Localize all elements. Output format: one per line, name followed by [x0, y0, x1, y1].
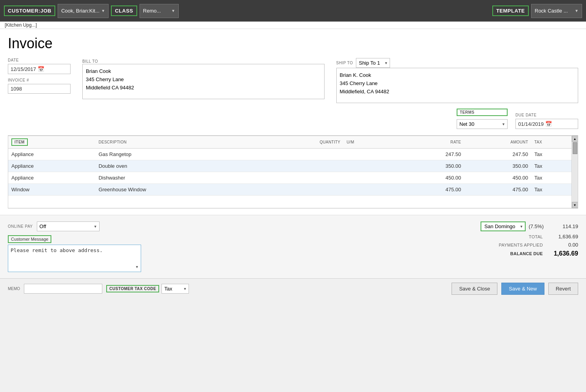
col-header-quantity: QUANTITY [283, 136, 343, 149]
ship-to-line1: Brian K. Cook [340, 71, 575, 80]
memo-label: MEMO [8, 287, 20, 291]
due-date-input[interactable]: 01/14/2019 📅 [515, 119, 578, 129]
row-item: Appliance [8, 160, 95, 172]
bill-to-address[interactable]: Brian Cook 345 Cherry Lane Middlefield C… [82, 64, 325, 99]
row-item: Appliance [8, 172, 95, 184]
tax-name-select[interactable]: San Domingo [481, 221, 526, 231]
terms-row: TERMS Net 30 DUE DATE 01/14/2019 📅 [8, 109, 578, 129]
tax-rate: (7.5%) [529, 223, 544, 229]
balance-due-value: 1,636.69 [547, 250, 578, 257]
total-value: 1,636.69 [547, 234, 578, 240]
row-um [343, 149, 397, 160]
memo-input[interactable] [24, 284, 102, 294]
due-date-field-group: DUE DATE 01/14/2019 📅 [515, 113, 578, 129]
template-label: TEMPLATE [492, 5, 529, 16]
bottom-section: ONLINE PAY Off Customer Message Please r… [0, 215, 586, 278]
scroll-up-btn[interactable]: ▲ [572, 136, 578, 142]
row-tax: Tax [531, 184, 571, 196]
customer-tax-code-label: CUSTOMER TAX CODE [106, 285, 159, 292]
date-value: 12/15/2017 [11, 66, 36, 72]
customer-message-textarea[interactable]: Please remit to above address. [8, 245, 141, 272]
due-date-value: 01/14/2019 [518, 121, 544, 127]
row-rate: 247.50 [397, 149, 464, 160]
revert-button[interactable]: Revert [548, 283, 578, 295]
invoice-num-input[interactable] [8, 84, 71, 94]
row-description: Double oven [95, 160, 283, 172]
bill-to-col: BILL TO Brian Cook 345 Cherry Lane Middl… [82, 58, 325, 103]
ship-to-address[interactable]: Brian K. Cook 345 Cherry Lane Middlefiel… [336, 68, 579, 103]
row-quantity [283, 172, 343, 184]
row-rate: 350.00 [397, 160, 464, 172]
date-input[interactable]: 12/15/2017 📅 [8, 64, 71, 74]
row-um [343, 160, 397, 172]
class-dropdown[interactable]: Remo... ▼ [140, 4, 179, 18]
date-label: DATE [8, 58, 71, 62]
row-item: Appliance [8, 149, 95, 160]
customer-message-label[interactable]: Customer Message [8, 235, 51, 243]
bill-to-line2: 345 Cherry Lane [86, 76, 321, 84]
form-area: Invoice DATE 12/15/2017 📅 INVOICE # BILL… [0, 29, 586, 215]
online-pay-row: ONLINE PAY Off [8, 221, 149, 231]
table-row[interactable]: Appliance Gas Rangetop 247.50 247.50 Tax [8, 149, 571, 160]
tax-name-select-wrapper: San Domingo [481, 221, 526, 231]
ship-to-select[interactable]: Ship To 1 [356, 58, 390, 68]
col-header-rate: RATE [397, 136, 464, 149]
table-scrollbar[interactable]: ▲ ▼ [571, 136, 578, 208]
tax-amount: 114.19 [547, 223, 578, 229]
table-row-empty[interactable] [8, 196, 571, 208]
total-label: Total [496, 234, 543, 239]
scroll-track [572, 142, 578, 202]
class-value: Remo... [143, 8, 161, 14]
save-new-button[interactable]: Save & New [501, 283, 544, 295]
class-label: CLASS [111, 5, 137, 16]
online-pay-label: ONLINE PAY [8, 224, 33, 229]
col-header-um: U/M [343, 136, 397, 149]
calendar-icon[interactable]: 📅 [38, 66, 44, 72]
customer-job-label: CUSTOMER:JOB [4, 5, 55, 16]
chevron-down-icon: ▼ [575, 9, 579, 13]
table-row[interactable]: Appliance Dishwasher 450.00 450.00 Tax [8, 172, 571, 184]
row-tax: Tax [531, 149, 571, 160]
balance-due-label: BALANCE DUE [496, 251, 543, 256]
balance-due-row: BALANCE DUE 1,636.69 [496, 250, 578, 257]
row-description: Gas Rangetop [95, 149, 283, 160]
items-table: ITEM DESCRIPTION QUANTITY U/M RATE AMOUN… [8, 136, 571, 208]
template-dropdown[interactable]: Rock Castle ... ▼ [531, 4, 582, 18]
table-row[interactable]: Window Greenhouse Window 475.00 475.00 T… [8, 184, 571, 196]
subtitle-text: [Kitchen Upg...] [5, 22, 37, 28]
ship-to-select-wrapper: Ship To 1 [356, 58, 390, 68]
bottom-right: San Domingo (7.5%) 114.19 Total 1,636.69… [157, 221, 578, 272]
bill-to-line1: Brian Cook [86, 67, 321, 76]
row-um [343, 172, 397, 184]
chevron-down-icon: ▼ [171, 9, 175, 13]
row-amount: 450.00 [464, 172, 531, 184]
row-description: Dishwasher [95, 172, 283, 184]
row-amount: 247.50 [464, 149, 531, 160]
tax-code-select[interactable]: Tax [161, 284, 189, 294]
ship-to-label: SHIP TO [336, 61, 353, 65]
terms-select-wrapper: Net 30 [457, 119, 508, 129]
row-um [343, 184, 397, 196]
row-amount: 475.00 [464, 184, 531, 196]
scroll-thumb[interactable] [573, 142, 577, 154]
save-close-button[interactable]: Save & Close [452, 283, 497, 295]
row-amount: 350.00 [464, 160, 531, 172]
online-pay-select[interactable]: Off [37, 221, 100, 231]
table-row[interactable]: Appliance Double oven 350.00 350.00 Tax [8, 160, 571, 172]
terms-field-group: TERMS Net 30 [457, 109, 508, 129]
row-tax: Tax [531, 172, 571, 184]
bill-to-label: BILL TO [82, 59, 98, 64]
row-tax: Tax [531, 160, 571, 172]
col-header-tax: TAX [531, 136, 571, 149]
customer-job-dropdown[interactable]: Cook, Brian:Kit... ▼ [58, 4, 109, 18]
row-quantity [283, 160, 343, 172]
online-pay-select-wrapper: Off [37, 221, 100, 231]
tax-code-select-wrapper: Tax [161, 284, 189, 294]
terms-select[interactable]: Net 30 [457, 119, 508, 129]
date-field-group: DATE 12/15/2017 📅 [8, 58, 71, 74]
scroll-down-btn[interactable]: ▼ [572, 202, 578, 208]
calendar-icon[interactable]: 📅 [545, 121, 552, 127]
row-item: Window [8, 184, 95, 196]
date-invoice-col: DATE 12/15/2017 📅 INVOICE # [8, 58, 71, 103]
row-description: Greenhouse Window [95, 184, 283, 196]
